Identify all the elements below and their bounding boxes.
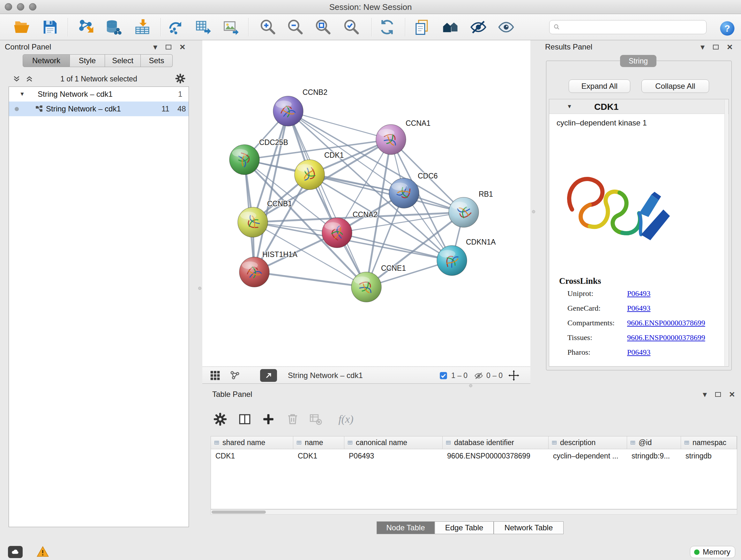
network-node-cdc6[interactable] — [389, 178, 419, 208]
tab-network[interactable]: Network — [23, 54, 70, 67]
hide-selected-button[interactable] — [468, 17, 488, 37]
column-header-shared-name[interactable]: shared name — [211, 436, 293, 449]
tab-select[interactable]: Select — [105, 54, 141, 67]
column-header-name[interactable]: name — [293, 436, 344, 449]
collection-disclosure-icon[interactable]: ▼ — [19, 91, 25, 98]
panel-float-icon[interactable] — [713, 45, 719, 50]
copy-annotations-button[interactable] — [412, 17, 432, 37]
show-columns-button[interactable] — [238, 412, 252, 427]
zoom-fit-button[interactable] — [313, 17, 333, 37]
view-grid-icon[interactable] — [210, 370, 220, 381]
delete-column-button[interactable] — [285, 412, 300, 427]
search-icon — [553, 23, 560, 30]
tab-node-table[interactable]: Node Table — [377, 521, 434, 534]
zoom-selected-button[interactable] — [342, 17, 361, 37]
panel-collapse-icon[interactable]: ▾ — [700, 43, 704, 51]
column-header-canonical-name[interactable]: canonical name — [344, 436, 443, 449]
network-node-ccnb1[interactable] — [238, 207, 268, 237]
search-field[interactable] — [549, 20, 706, 34]
tab-network-table[interactable]: Network Table — [494, 521, 563, 534]
column-type-icon — [213, 440, 220, 445]
gene-section-header[interactable]: ▼ CDK1 — [549, 99, 729, 114]
network-view[interactable]: CCNB2CCNA1CDC25BCDK1CDC6RB1CCNB1CCNA2CDK… — [202, 40, 530, 367]
crosslink-value-link[interactable]: P06493 — [627, 304, 650, 313]
table-horizontal-scrollbar[interactable] — [211, 509, 737, 515]
database-import-icon — [105, 18, 122, 36]
column-header-namespac[interactable]: namespac — [681, 436, 737, 449]
network-row[interactable]: String Network – cdk1 11 48 — [9, 102, 189, 116]
column-header-database-identifier[interactable]: database identifier — [443, 436, 549, 449]
network-edge[interactable] — [288, 111, 366, 287]
collection-name: String Network – cdk1 — [38, 90, 113, 99]
left-splitter-handle[interactable] — [198, 287, 201, 290]
first-neighbors-button[interactable] — [441, 17, 460, 37]
show-all-button[interactable] — [496, 17, 516, 37]
save-session-button[interactable] — [40, 17, 60, 37]
crosslink-value-link[interactable]: P06493 — [627, 289, 650, 298]
birdseye-view-icon[interactable] — [229, 370, 240, 381]
network-node-hist1h1a[interactable] — [239, 257, 269, 287]
network-node-cdk1[interactable] — [294, 160, 325, 190]
network-node-rb1[interactable] — [449, 197, 479, 227]
network-node-ccne1[interactable] — [351, 272, 381, 302]
right-splitter-handle[interactable] — [532, 210, 535, 213]
network-node-ccna1[interactable] — [376, 125, 406, 154]
table-panel-title: Table Panel — [212, 390, 252, 399]
export-image-button[interactable] — [221, 17, 241, 37]
zoom-in-button[interactable] — [258, 17, 278, 37]
search-input[interactable] — [560, 21, 706, 33]
network-options-gear-icon[interactable] — [175, 73, 185, 84]
panel-close-icon[interactable]: × — [729, 389, 735, 399]
table-options-button[interactable] — [213, 412, 227, 427]
scrollbar-thumb[interactable] — [212, 510, 266, 514]
import-network-database-button[interactable] — [104, 17, 123, 37]
memory-button[interactable]: Memory — [690, 546, 735, 558]
collapse-all-button[interactable]: Collapse All — [642, 79, 709, 93]
selected-checkbox-icon[interactable] — [439, 371, 448, 380]
open-session-button[interactable] — [12, 17, 31, 37]
panel-close-icon[interactable]: × — [727, 42, 733, 52]
new-network-from-selection-button[interactable] — [166, 17, 186, 37]
table-row[interactable]: CDK1CDK1P064939606.ENSP00000378699cyclin… — [211, 449, 737, 462]
warnings-button[interactable] — [36, 545, 50, 559]
column-header-description[interactable]: description — [549, 436, 627, 449]
panel-float-icon[interactable] — [715, 392, 721, 397]
export-table-button[interactable] — [193, 17, 213, 37]
fx-icon: f(x) — [338, 413, 353, 425]
column-header--id[interactable]: @id — [627, 436, 681, 449]
network-collection-row[interactable]: ▼ String Network – cdk1 1 — [9, 87, 189, 102]
expand-all-button[interactable]: Expand All — [569, 79, 630, 93]
tab-sets[interactable]: Sets — [141, 54, 173, 67]
panel-collapse-icon[interactable]: ▾ — [703, 390, 707, 398]
apply-layout-button[interactable] — [377, 17, 397, 37]
network-node-cdkn1a[interactable] — [437, 246, 467, 275]
panel-float-icon[interactable] — [165, 45, 172, 50]
bottom-splitter-handle[interactable] — [469, 384, 472, 387]
zoom-out-button[interactable] — [286, 17, 306, 37]
crosslink-value-link[interactable]: P06493 — [627, 348, 650, 357]
results-tab-string[interactable]: String — [620, 55, 657, 67]
panel-collapse-icon[interactable]: ▾ — [153, 43, 157, 51]
pan-crosshair-icon[interactable] — [508, 370, 520, 381]
tab-edge-table[interactable]: Edge Table — [434, 521, 494, 534]
help-button[interactable]: ? — [718, 18, 737, 38]
gene-disclosure-icon[interactable]: ▼ — [567, 104, 572, 110]
network-edge[interactable] — [254, 111, 288, 272]
panel-close-icon[interactable]: × — [180, 42, 185, 52]
network-node-cdc25b[interactable] — [229, 145, 259, 175]
crosslink-value-link[interactable]: 9606.ENSP00000378699 — [627, 319, 705, 327]
create-column-button[interactable] — [261, 412, 276, 427]
network-edge[interactable] — [254, 272, 366, 287]
function-builder-button[interactable]: f(x) — [333, 412, 359, 427]
delete-table-button[interactable] — [308, 412, 323, 427]
import-table-button[interactable] — [132, 17, 152, 37]
import-network-file-button[interactable] — [77, 17, 96, 37]
network-node-ccna2[interactable] — [322, 218, 352, 248]
crosslink-value-link[interactable]: 9606.ENSP00000378699 — [627, 333, 705, 342]
hidden-eye-icon[interactable] — [474, 371, 483, 380]
results-scrollbar[interactable] — [724, 100, 728, 366]
cloud-services-button[interactable] — [8, 546, 23, 558]
tab-style[interactable]: Style — [70, 54, 105, 67]
network-node-ccnb2[interactable] — [273, 96, 303, 126]
detach-view-button[interactable] — [260, 369, 277, 382]
